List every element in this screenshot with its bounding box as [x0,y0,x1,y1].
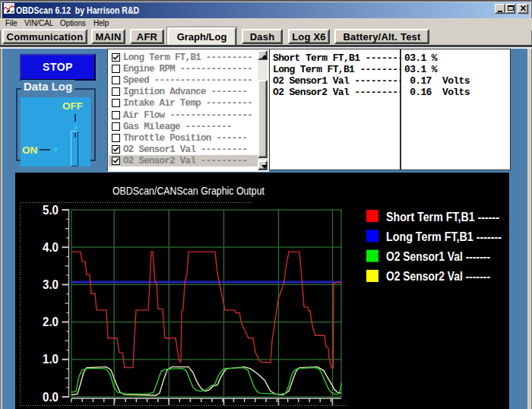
svg-text:Long Term FT,B1 -------: Long Term FT,B1 ------- [386,230,502,244]
svg-text:0.0: 0.0 [43,391,59,404]
svg-text:O2 Sensor1 Val -------: O2 Sensor1 Val ------- [386,249,490,264]
svg-text:3.0: 3.0 [43,278,59,291]
svg-text:1.0: 1.0 [43,353,59,366]
svg-text:O2 Sensor2 Val -------: O2 Sensor2 Val ------- [386,269,490,284]
svg-text:4.0: 4.0 [43,241,59,254]
svg-text:OBDScan/CANScan Graphic Output: OBDScan/CANScan Graphic Output [112,184,265,197]
svg-text:2.0: 2.0 [43,315,59,328]
svg-text:Short Term FT,B1 ------: Short Term FT,B1 ------ [386,210,499,224]
svg-text:5.0: 5.0 [43,204,59,217]
